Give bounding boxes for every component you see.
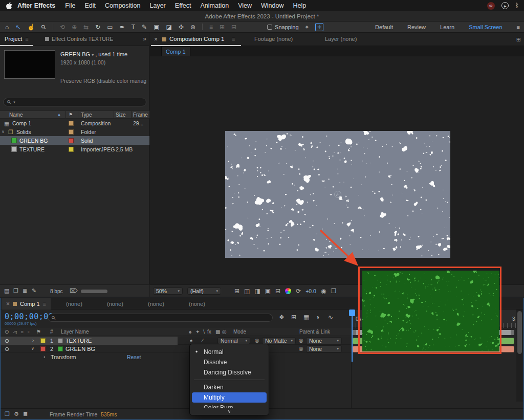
panel-menu-icon[interactable]: ≡ bbox=[25, 36, 28, 42]
project-row-texture[interactable]: TEXTURE ImporterJPEG 2.5 MB bbox=[0, 145, 149, 153]
menu-item-dancing-dissolve[interactable]: Dancing Dissolve bbox=[190, 367, 269, 378]
trash-icon[interactable]: ⌦ bbox=[70, 288, 78, 294]
tab-timeline-comp1[interactable]: × Comp 1 ≡ bbox=[2, 298, 51, 310]
menu-effect[interactable]: Effect bbox=[170, 2, 196, 9]
roto-brush-tool-icon[interactable]: ✣ bbox=[179, 24, 184, 30]
label-chip[interactable] bbox=[40, 346, 46, 351]
motion-blur-icon[interactable]: ◑ bbox=[316, 314, 319, 320]
quality-switch-icon[interactable]: ∕ bbox=[202, 338, 203, 343]
exposure-reset-icon[interactable]: ⟳ bbox=[296, 288, 301, 295]
expander-open-icon[interactable]: ∨ bbox=[31, 347, 34, 351]
menu-composition[interactable]: Composition bbox=[100, 2, 145, 9]
workspace-menu-icon[interactable]: ≡ bbox=[517, 24, 520, 30]
menu-item-darken[interactable]: Darken bbox=[190, 382, 269, 392]
magnification-dropdown[interactable]: 50%▾ bbox=[153, 288, 183, 295]
menu-scroll-more[interactable]: ∨ bbox=[190, 408, 268, 414]
column-name[interactable]: Name bbox=[9, 112, 23, 118]
playhead-handle[interactable] bbox=[349, 310, 355, 316]
pan-camera-tool-icon[interactable]: ⊕ bbox=[72, 24, 77, 30]
render-queue-icon[interactable]: ❐ bbox=[5, 411, 10, 417]
menu-layer[interactable]: Layer bbox=[145, 2, 170, 9]
label-chip[interactable] bbox=[40, 338, 46, 343]
menu-item-multiply[interactable]: Multiply bbox=[192, 392, 267, 403]
label-chip[interactable] bbox=[69, 129, 74, 135]
tab-layer[interactable]: Layer (none) bbox=[325, 36, 357, 42]
workspace-default[interactable]: Default bbox=[375, 24, 393, 30]
parent-link-column[interactable]: Parent & Link bbox=[299, 329, 330, 335]
label-chip[interactable] bbox=[69, 121, 74, 126]
blend-mode-dropdown[interactable]: Normal▾ bbox=[217, 337, 250, 344]
project-bit-depth[interactable]: 8 bpc bbox=[50, 289, 62, 294]
parent-pickwhip-icon[interactable]: ◎ bbox=[299, 346, 303, 351]
zoom-tool-icon[interactable]: ⚲ bbox=[40, 23, 48, 31]
layer-name[interactable]: GREEN BG bbox=[66, 346, 95, 352]
comp-mini-flowchart-icon[interactable]: ❖ bbox=[279, 314, 285, 320]
transform-reset-link[interactable]: Reset bbox=[127, 354, 141, 360]
eye-icon[interactable]: ⊙ bbox=[5, 346, 9, 352]
region-of-interest-icon[interactable]: ◨ bbox=[254, 288, 260, 295]
show-snapshot-icon[interactable]: ❐ bbox=[331, 288, 336, 295]
puppet-pin-tool-icon[interactable]: ⊛ bbox=[190, 24, 195, 30]
playhead-line[interactable] bbox=[352, 310, 353, 362]
workspace-small-screen[interactable]: Small Screen bbox=[469, 24, 502, 30]
list-icon[interactable]: ≣ bbox=[23, 411, 28, 417]
tab-none-2[interactable]: (none) bbox=[107, 301, 123, 307]
draft-3d-icon[interactable]: ⊞ bbox=[291, 314, 296, 320]
menu-item-normal[interactable]: • Normal bbox=[190, 347, 269, 357]
tab-footage[interactable]: Footage (none) bbox=[254, 36, 293, 42]
trkmat-pickwhip-icon[interactable]: ◎ bbox=[255, 338, 259, 343]
snapping-toggle[interactable]: Snapping bbox=[267, 24, 299, 30]
bluetooth-icon[interactable]: ᛒ bbox=[515, 2, 519, 9]
eraser-tool-icon[interactable]: ◪ bbox=[166, 24, 172, 30]
scrollbar-thumb[interactable] bbox=[517, 311, 522, 354]
tab-none-1[interactable]: (none) bbox=[66, 301, 82, 307]
project-search-input[interactable]: ⚲ ▾ bbox=[3, 98, 146, 106]
column-type[interactable]: Type bbox=[81, 112, 92, 118]
new-comp-icon[interactable]: ≣ bbox=[23, 288, 27, 294]
track-matte-dropdown[interactable]: No Matte▾ bbox=[262, 337, 296, 344]
channel-wheel-icon[interactable] bbox=[285, 288, 291, 294]
new-folder-icon[interactable]: ❐ bbox=[13, 288, 18, 294]
dolly-tool-icon[interactable]: ⇆ bbox=[83, 24, 89, 30]
list-view-icon[interactable]: ▤ bbox=[4, 288, 9, 294]
mask-visibility-icon[interactable]: ◫ bbox=[244, 288, 250, 295]
panel-menu-icon[interactable]: ≡ bbox=[43, 301, 46, 307]
menu-window[interactable]: Window bbox=[256, 2, 288, 9]
tab-none-4[interactable]: (none) bbox=[189, 301, 205, 307]
label-chip[interactable] bbox=[69, 147, 74, 152]
subtab-comp1[interactable]: Comp 1 bbox=[161, 46, 190, 56]
clone-stamp-tool-icon[interactable]: ▣ bbox=[154, 24, 159, 30]
menu-app[interactable]: After Effects bbox=[13, 2, 60, 9]
transform-row[interactable]: › Transform Reset bbox=[1, 353, 352, 361]
project-row-solids[interactable]: ∨ ❐ Solids Folder bbox=[0, 127, 149, 136]
transparency-grid-icon[interactable]: ▣ bbox=[265, 288, 271, 295]
tab-composition[interactable]: Composition Comp 1 bbox=[169, 36, 224, 42]
menu-file[interactable]: File bbox=[60, 2, 80, 9]
close-icon[interactable]: × bbox=[6, 300, 10, 307]
project-row-green-bg[interactable]: GREEN BG Solid bbox=[0, 136, 149, 145]
layer-name-column[interactable]: Layer Name bbox=[61, 329, 89, 335]
screen-record-icon[interactable]: ▶ bbox=[501, 2, 509, 9]
grid-options-icon[interactable]: ⊞ bbox=[234, 288, 239, 295]
mode-column[interactable]: Mode bbox=[233, 329, 246, 335]
footer-scrollbar[interactable] bbox=[81, 290, 107, 293]
chevron-down-icon[interactable]: ▾ bbox=[92, 53, 94, 57]
edit-icon[interactable]: ✎ bbox=[32, 288, 36, 294]
type-tool-icon[interactable]: T bbox=[132, 24, 135, 30]
column-size[interactable]: Size bbox=[116, 112, 125, 118]
transform-group-label[interactable]: Transform bbox=[51, 354, 76, 360]
parent-dropdown[interactable]: None▾ bbox=[306, 337, 342, 344]
pen-tool-icon[interactable]: ✒ bbox=[120, 24, 125, 30]
tab-project[interactable]: Project ≡ bbox=[0, 33, 33, 46]
column-frame-rate[interactable]: Frame R bbox=[133, 112, 148, 118]
exposure-value[interactable]: +0.0 bbox=[305, 288, 316, 294]
panel-menu-icon[interactable]: ≡ bbox=[232, 36, 235, 42]
menu-view[interactable]: View bbox=[233, 2, 256, 9]
project-row-comp1[interactable]: ▦ Comp 1 Composition 29... bbox=[0, 119, 149, 127]
shy-switch-icon[interactable]: ♠ bbox=[190, 338, 192, 343]
expander-open-icon[interactable]: ∨ bbox=[2, 129, 5, 134]
orbit-tool-icon[interactable]: ⟲ bbox=[60, 24, 65, 30]
settings-gear-icon[interactable]: ⚙ bbox=[14, 411, 19, 417]
frame-blending-icon[interactable]: ▦ bbox=[303, 314, 309, 320]
menu-help[interactable]: Help bbox=[288, 2, 311, 9]
